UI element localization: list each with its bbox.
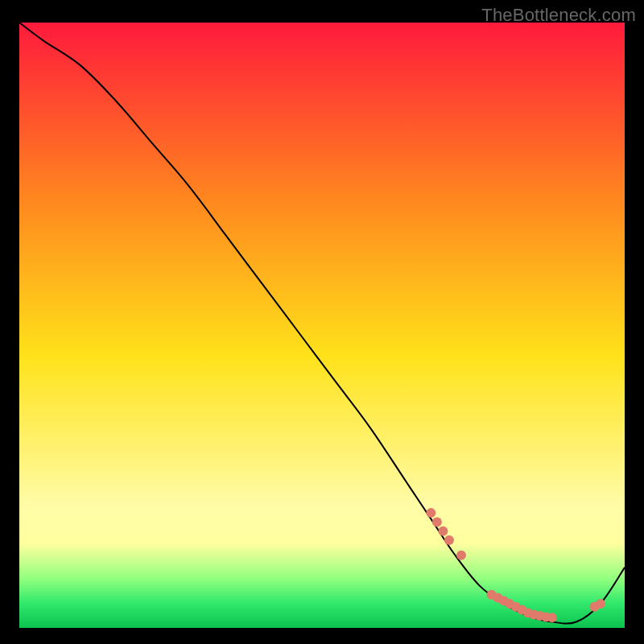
sweet-spot-marker — [444, 535, 454, 545]
sweet-spot-marker — [432, 517, 442, 526]
watermark-text: TheBottleneck.com — [481, 5, 636, 26]
chart-stage: TheBottleneck.com — [0, 0, 644, 644]
sweet-spot-marker — [596, 599, 605, 609]
gradient-background — [19, 23, 625, 628]
sweet-spot-marker — [456, 551, 466, 560]
sweet-spot-marker — [547, 613, 557, 622]
sweet-spot-marker — [438, 526, 448, 536]
sweet-spot-marker — [426, 508, 436, 518]
chart-svg — [19, 23, 625, 628]
plot-area — [19, 23, 625, 628]
